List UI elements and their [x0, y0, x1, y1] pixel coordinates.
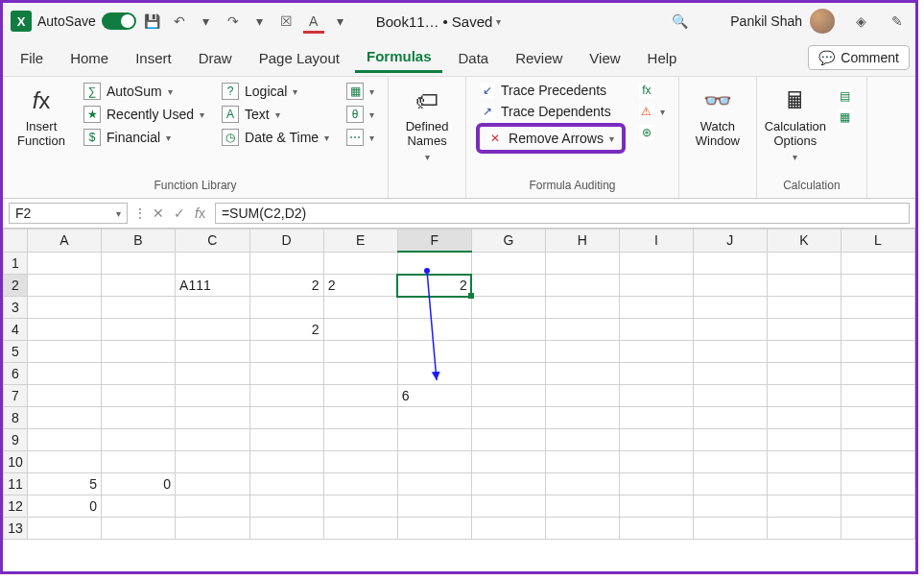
- col-header[interactable]: K: [767, 230, 841, 253]
- cell[interactable]: 0: [101, 473, 175, 495]
- autosave-label: AutoSave: [37, 13, 96, 29]
- row: 3: [4, 297, 915, 319]
- insert-function-button[interactable]: fx Insert Function: [12, 81, 70, 148]
- tab-insert[interactable]: Insert: [124, 44, 183, 72]
- formula-input[interactable]: =SUM(C2,D2): [215, 203, 910, 224]
- enter-icon[interactable]: ✓: [170, 205, 189, 221]
- evaluate-formula-button[interactable]: ⊛: [635, 123, 669, 142]
- chevron-down-icon: ▾: [496, 16, 501, 27]
- col-header[interactable]: G: [471, 230, 545, 253]
- evaluate-icon: ⊛: [639, 125, 654, 140]
- tab-file[interactable]: File: [9, 44, 55, 72]
- cell[interactable]: 2: [323, 275, 397, 297]
- more-icon: ⋯: [346, 129, 364, 146]
- trace-dependents-button[interactable]: ↗Trace Dependents: [476, 102, 626, 121]
- remove-arrows-button[interactable]: ✕Remove Arrows▾: [486, 129, 616, 148]
- group-label-calculation: Calculation: [767, 177, 857, 196]
- cancel-icon[interactable]: ✕: [149, 205, 168, 221]
- redo-dropdown-icon[interactable]: ▾: [249, 11, 271, 32]
- error-check-icon: ⚠: [639, 104, 654, 119]
- calc-now-icon: ▤: [838, 88, 853, 104]
- cell[interactable]: 5: [27, 473, 101, 495]
- font-color-icon[interactable]: A: [303, 11, 324, 32]
- tab-home[interactable]: Home: [59, 44, 120, 72]
- col-header[interactable]: H: [545, 230, 619, 253]
- watch-window-button[interactable]: 👓 Watch Window: [689, 81, 746, 148]
- remove-arrows-icon: ✕: [487, 131, 503, 146]
- save-icon[interactable]: 💾: [142, 11, 163, 32]
- text-button[interactable]: AText▾: [218, 104, 333, 125]
- redo-icon[interactable]: ↷: [223, 11, 244, 32]
- autosum-button[interactable]: ∑AutoSum▾: [80, 81, 208, 102]
- row: 76: [4, 385, 915, 407]
- user-name: Pankil Shah: [730, 13, 802, 29]
- col-header[interactable]: L: [841, 230, 914, 253]
- row: 42: [4, 319, 915, 341]
- math-button[interactable]: θ▾: [343, 104, 378, 125]
- cell[interactable]: 0: [27, 495, 101, 518]
- row: 6: [4, 363, 915, 385]
- question-icon: ?: [222, 83, 239, 100]
- defined-names-button[interactable]: 🏷 Defined Names ▾: [398, 81, 456, 162]
- lookup-button[interactable]: ▦▾: [343, 81, 378, 102]
- tab-review[interactable]: Review: [504, 44, 574, 72]
- fx-icon: fx: [33, 86, 51, 115]
- tab-page-layout[interactable]: Page Layout: [248, 44, 351, 72]
- watch-icon: 👓: [703, 86, 732, 115]
- calc-sheet-button[interactable]: ▦: [834, 108, 857, 127]
- comment-button[interactable]: 💬 Comment: [808, 45, 910, 70]
- cell[interactable]: 6: [397, 385, 471, 407]
- cell[interactable]: A111: [176, 275, 249, 297]
- col-header[interactable]: I: [619, 230, 693, 253]
- font-color-dropdown-icon[interactable]: ▾: [330, 11, 351, 32]
- toggle-on-icon[interactable]: [102, 12, 136, 30]
- trace-precedents-button[interactable]: ↙Trace Precedents: [476, 81, 626, 100]
- autosave-toggle[interactable]: AutoSave: [37, 12, 136, 30]
- star-icon: ★: [83, 106, 101, 123]
- search-icon[interactable]: 🔍: [669, 11, 690, 32]
- col-header[interactable]: J: [693, 230, 767, 253]
- cell-selected[interactable]: 2: [397, 275, 471, 297]
- tab-formulas[interactable]: Formulas: [355, 42, 443, 73]
- formula-bar: F2 ▾ ⋮ ✕ ✓ fx =SUM(C2,D2): [3, 199, 915, 229]
- col-header[interactable]: B: [101, 230, 175, 253]
- logical-button[interactable]: ?Logical▾: [218, 81, 333, 102]
- calculation-options-button[interactable]: 🖩 Calculation Options ▾: [767, 81, 824, 162]
- more-functions-button[interactable]: ⋯▾: [343, 127, 378, 148]
- spreadsheet-grid[interactable]: A B C D E F G H I J K L 1 2A111222 3 42 …: [3, 229, 915, 540]
- lookup-icon: ▦: [346, 83, 364, 100]
- row: 2A111222: [4, 275, 915, 297]
- column-headers[interactable]: A B C D E F G H I J K L: [4, 230, 915, 253]
- recently-used-button[interactable]: ★Recently Used▾: [80, 104, 208, 125]
- clear-filter-icon[interactable]: ☒: [276, 11, 297, 32]
- tab-data[interactable]: Data: [446, 44, 500, 72]
- tab-draw[interactable]: Draw: [187, 44, 244, 72]
- fx-icon[interactable]: fx: [191, 205, 209, 221]
- error-checking-button[interactable]: ⚠▾: [635, 102, 669, 121]
- tab-help[interactable]: Help: [636, 44, 689, 72]
- undo-dropdown-icon[interactable]: ▾: [196, 11, 217, 32]
- dependents-icon: ↗: [480, 104, 495, 119]
- show-formulas-button[interactable]: fx: [635, 81, 669, 100]
- col-header[interactable]: A: [27, 230, 101, 253]
- calc-now-button[interactable]: ▤: [834, 86, 857, 106]
- col-header[interactable]: D: [249, 230, 323, 253]
- group-label-function-library: Function Library: [12, 177, 378, 196]
- document-title[interactable]: Book11… • Saved ▾: [376, 13, 502, 30]
- row: 8: [4, 407, 915, 429]
- divider-icon: ⋮: [133, 205, 147, 221]
- col-header[interactable]: C: [176, 230, 249, 253]
- diamond-icon[interactable]: ◈: [850, 11, 871, 32]
- col-header[interactable]: E: [323, 230, 397, 253]
- col-header[interactable]: F: [397, 230, 471, 253]
- user-account[interactable]: Pankil Shah: [730, 9, 835, 34]
- date-time-button[interactable]: ◷Date & Time▾: [218, 127, 333, 148]
- undo-icon[interactable]: ↶: [169, 11, 190, 32]
- cell[interactable]: 2: [249, 275, 323, 297]
- sigma-icon: ∑: [83, 83, 101, 100]
- name-box[interactable]: F2 ▾: [9, 203, 128, 224]
- pen-icon[interactable]: ✎: [887, 11, 908, 32]
- financial-button[interactable]: $Financial▾: [80, 127, 208, 148]
- cell[interactable]: 2: [249, 319, 323, 341]
- tab-view[interactable]: View: [578, 44, 631, 72]
